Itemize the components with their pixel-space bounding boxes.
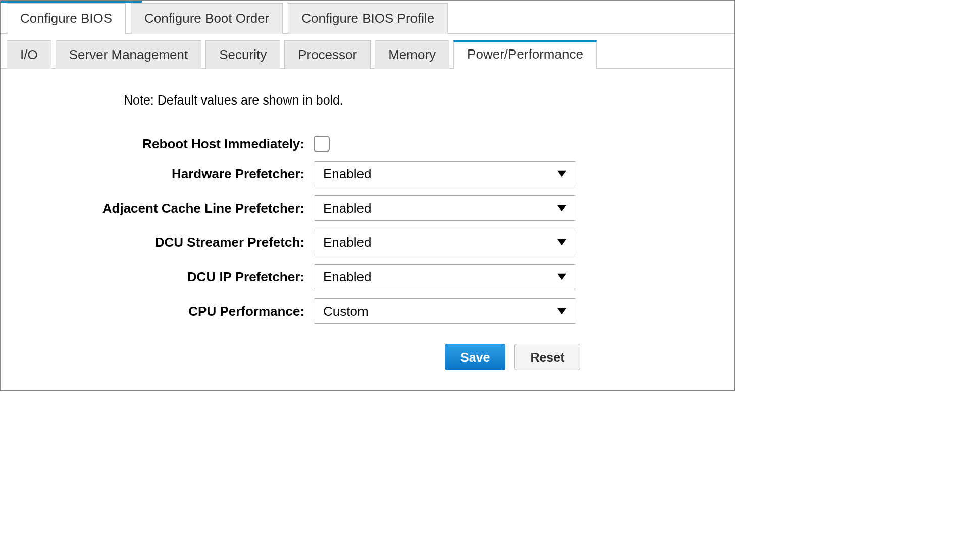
svg-marker-4 (557, 308, 566, 315)
subtab-security[interactable]: Security (205, 40, 280, 69)
label-hardware-prefetcher: Hardware Prefetcher: (1, 166, 314, 182)
checkbox-reboot-host[interactable] (314, 136, 330, 152)
label-adjacent-cache: Adjacent Cache Line Prefetcher: (1, 200, 314, 216)
form-buttons: Save Reset (445, 344, 734, 370)
subtab-power-performance[interactable]: Power/Performance (453, 40, 597, 69)
select-value: Custom (323, 304, 369, 319)
row-adjacent-cache: Adjacent Cache Line Prefetcher: Enabled (1, 195, 734, 221)
select-cpu-performance[interactable]: Custom (314, 298, 576, 324)
select-hardware-prefetcher[interactable]: Enabled (314, 161, 576, 186)
row-cpu-performance: CPU Performance: Custom (1, 298, 734, 324)
tab-configure-bios[interactable]: Configure BIOS (7, 3, 126, 34)
select-adjacent-cache[interactable]: Enabled (314, 195, 576, 221)
note-default-values: Note: Default values are shown in bold. (124, 93, 734, 108)
chevron-down-icon (557, 239, 566, 246)
subtab-io[interactable]: I/O (7, 40, 51, 69)
bios-form: Reboot Host Immediately: Hardware Prefet… (1, 136, 734, 370)
row-hardware-prefetcher: Hardware Prefetcher: Enabled (1, 161, 734, 186)
chevron-down-icon (557, 205, 566, 212)
tab-configure-bios-profile[interactable]: Configure BIOS Profile (288, 3, 448, 34)
row-reboot-host: Reboot Host Immediately: (1, 136, 734, 152)
label-dcu-streamer: DCU Streamer Prefetch: (1, 235, 314, 250)
select-value: Enabled (323, 269, 371, 285)
subtab-server-management[interactable]: Server Management (56, 40, 202, 69)
row-dcu-ip: DCU IP Prefetcher: Enabled (1, 264, 734, 289)
bios-panel: Configure BIOS Configure Boot Order Conf… (0, 0, 735, 391)
select-dcu-ip[interactable]: Enabled (314, 264, 576, 289)
subtab-memory[interactable]: Memory (375, 40, 449, 69)
select-value: Enabled (323, 235, 371, 250)
label-cpu-performance: CPU Performance: (1, 304, 314, 319)
chevron-down-icon (557, 170, 566, 177)
svg-marker-2 (557, 239, 566, 246)
save-button[interactable]: Save (445, 344, 505, 370)
row-dcu-streamer: DCU Streamer Prefetch: Enabled (1, 230, 734, 255)
tab-configure-boot-order[interactable]: Configure Boot Order (131, 3, 283, 34)
chevron-down-icon (557, 273, 566, 280)
select-dcu-streamer[interactable]: Enabled (314, 230, 576, 255)
svg-marker-0 (557, 171, 566, 177)
reset-button[interactable]: Reset (514, 344, 580, 370)
label-reboot-host: Reboot Host Immediately: (1, 136, 314, 152)
chevron-down-icon (557, 308, 566, 315)
svg-marker-1 (557, 205, 566, 212)
subtab-processor[interactable]: Processor (284, 40, 371, 69)
svg-marker-3 (557, 274, 566, 280)
label-dcu-ip: DCU IP Prefetcher: (1, 269, 314, 285)
sub-tabs: I/O Server Management Security Processor… (1, 37, 734, 69)
top-tabs: Configure BIOS Configure Boot Order Conf… (1, 3, 734, 34)
select-value: Enabled (323, 166, 371, 182)
select-value: Enabled (323, 200, 371, 216)
